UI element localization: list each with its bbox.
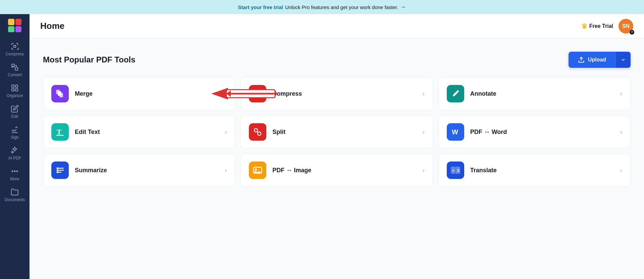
documents-icon — [11, 188, 19, 196]
sidebar-item-convert[interactable]: Convert — [0, 60, 30, 81]
banner-rest-text: Unlock Pro features and get your work do… — [285, 4, 398, 10]
svg-text:文: 文 — [457, 169, 460, 172]
logo-q2 — [15, 19, 22, 25]
sidebar-item-compress[interactable]: Compress — [0, 39, 30, 60]
tool-card-pdf-word[interactable]: W PDF ↔ Word › — [438, 115, 631, 148]
svg-point-8 — [17, 171, 18, 172]
app-logo[interactable] — [6, 17, 23, 34]
pdf-image-tool-icon — [249, 161, 266, 179]
crown-icon: ♛ — [581, 22, 587, 30]
sidebar-item-documents-label: Documents — [5, 197, 25, 202]
sidebar-item-ai-pdf-label: AI PDF — [8, 156, 21, 160]
avatar[interactable]: SN ▾ — [619, 19, 633, 34]
organize-icon — [11, 84, 19, 92]
pdf-word-tool-name: PDF ↔ Word — [470, 129, 614, 136]
edit-text-tool-name: Edit Text — [75, 129, 219, 136]
svg-point-22 — [258, 132, 261, 135]
translate-icon-svg: A 文 — [450, 165, 461, 175]
sidebar-item-more-label: More — [10, 177, 19, 181]
page-body: Most Popular PDF Tools Upload — [30, 38, 644, 279]
svg-point-6 — [12, 171, 13, 172]
logo-q4 — [15, 26, 22, 33]
sidebar-item-documents[interactable]: Documents — [0, 185, 30, 205]
page-title: Home — [40, 21, 64, 31]
sidebar-item-sign-label: Sign — [11, 135, 19, 140]
svg-point-21 — [254, 129, 258, 132]
main-content: Home ♛ Free Trial SN ▾ Most Popular PDF … — [30, 14, 644, 279]
annotate-tool-name: Annotate — [470, 90, 614, 97]
edit-text-tool-icon: T — [51, 123, 69, 141]
upload-button[interactable]: Upload — [569, 52, 615, 68]
svg-point-28 — [57, 168, 59, 169]
tools-grid: Merge — [43, 77, 631, 187]
tool-card-annotate[interactable]: Annotate › — [438, 77, 631, 110]
convert-icon — [11, 63, 19, 71]
sidebar-item-organize-label: Organize — [7, 93, 23, 98]
compress-tool-name: Compress — [272, 90, 416, 97]
translate-chevron-icon: › — [620, 167, 622, 174]
compress-tool-icon — [249, 85, 266, 102]
pdf-word-icon-svg: W — [450, 127, 461, 137]
edit-text-icon-svg: T — [55, 127, 65, 137]
svg-rect-12 — [59, 93, 63, 97]
ai-pdf-icon — [11, 146, 19, 154]
avatar-dropdown-icon: ▾ — [630, 30, 634, 35]
split-tool-icon — [249, 123, 266, 141]
sidebar-item-sign[interactable]: Sign — [0, 122, 30, 143]
chevron-down-icon — [621, 57, 626, 62]
logo-q3 — [8, 26, 14, 33]
sidebar-item-ai-pdf[interactable]: AI PDF — [0, 143, 30, 164]
svg-rect-4 — [12, 89, 14, 91]
tool-card-edit-text[interactable]: T Edit Text › — [43, 115, 235, 148]
free-trial-button[interactable]: ♛ Free Trial — [581, 22, 613, 30]
compress-icon — [11, 42, 19, 50]
avatar-initials: SN — [622, 23, 630, 29]
sidebar-item-convert-label: Convert — [8, 73, 22, 77]
compress-icon-svg — [253, 89, 263, 99]
merge-icon-svg — [55, 89, 65, 99]
free-trial-label: Free Trial — [589, 23, 613, 29]
pdf-word-chevron-icon: › — [620, 129, 622, 136]
sidebar-item-edit[interactable]: Edit — [0, 101, 30, 122]
svg-rect-1 — [15, 67, 18, 70]
tool-card-compress[interactable]: Compress › — [240, 77, 433, 110]
tool-card-pdf-image[interactable]: PDF ↔ Image › — [240, 154, 433, 187]
svg-line-23 — [257, 132, 258, 132]
summarize-chevron-icon: › — [225, 167, 227, 174]
annotate-tool-icon — [447, 85, 464, 102]
summarize-icon-svg — [55, 165, 65, 175]
merge-tool-icon — [51, 85, 69, 102]
summarize-tool-name: Summarize — [75, 167, 219, 174]
svg-point-32 — [255, 169, 257, 171]
svg-point-30 — [57, 172, 59, 173]
tool-card-summarize[interactable]: Summarize › — [43, 154, 235, 187]
svg-rect-2 — [12, 85, 14, 87]
summarize-tool-icon — [51, 161, 69, 179]
pdf-image-icon-svg — [253, 165, 263, 175]
sidebar: Compress Convert Organize — [0, 14, 30, 279]
compress-chevron-icon: › — [423, 90, 425, 97]
merge-chevron-icon: › — [225, 90, 227, 97]
sign-icon — [11, 126, 19, 134]
svg-rect-3 — [15, 85, 18, 87]
tool-card-translate[interactable]: A 文 Translate › — [438, 154, 631, 187]
merge-tool-name: Merge — [75, 90, 219, 97]
banner-bold-text: Start your free trial — [238, 4, 283, 10]
upload-dropdown-button[interactable] — [615, 52, 631, 68]
top-banner[interactable]: Start your free trial Unlock Pro feature… — [0, 0, 644, 14]
svg-point-7 — [14, 171, 15, 172]
translate-tool-icon: A 文 — [447, 161, 464, 179]
sidebar-item-organize[interactable]: Organize — [0, 81, 30, 101]
svg-rect-5 — [15, 89, 18, 91]
header-right: ♛ Free Trial SN ▾ — [581, 19, 633, 34]
sidebar-item-more[interactable]: More — [0, 164, 30, 185]
split-chevron-icon: › — [423, 129, 425, 136]
app-layout: Compress Convert Organize — [0, 14, 644, 279]
pdf-image-tool-name: PDF ↔ Image — [272, 167, 416, 174]
annotate-icon-svg — [450, 89, 461, 99]
tool-card-merge[interactable]: Merge — [43, 77, 235, 110]
svg-point-29 — [57, 170, 59, 171]
split-tool-name: Split — [272, 129, 416, 136]
svg-text:W: W — [452, 128, 458, 136]
tool-card-split[interactable]: Split › — [240, 115, 433, 148]
